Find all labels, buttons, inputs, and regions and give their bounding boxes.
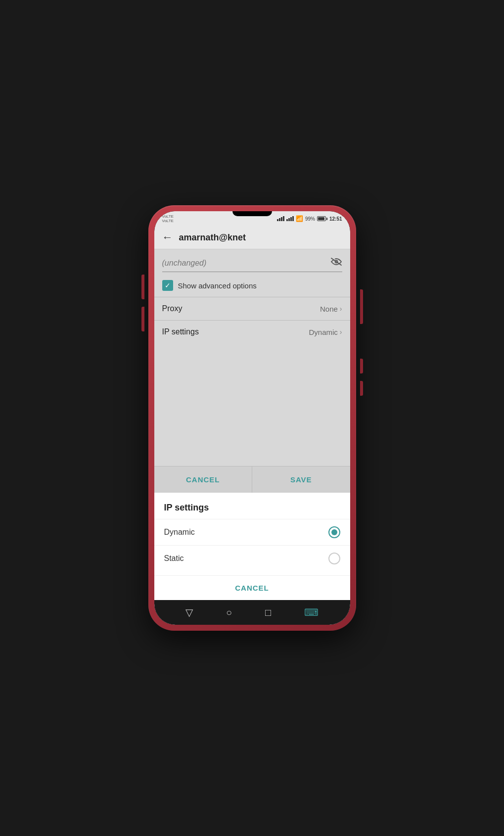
bar2 bbox=[279, 218, 280, 221]
bar7 bbox=[290, 217, 292, 221]
volume-up-button[interactable] bbox=[141, 275, 144, 299]
proxy-value-row: None › bbox=[320, 305, 342, 313]
phone-frame: VoLTE VoLTE 📶 bbox=[148, 205, 356, 631]
checkmark-icon: ✓ bbox=[165, 281, 171, 289]
bar6 bbox=[288, 218, 290, 221]
password-section bbox=[154, 249, 350, 280]
proxy-value: None bbox=[320, 305, 338, 313]
password-input[interactable] bbox=[162, 259, 330, 268]
page-title: amarnath@knet bbox=[179, 232, 246, 243]
cancel-button[interactable]: CANCEL bbox=[154, 466, 253, 493]
nav-home-icon[interactable]: ○ bbox=[226, 607, 232, 618]
carrier1-label: VoLTE bbox=[162, 214, 174, 219]
signal-icon-2 bbox=[286, 216, 294, 221]
wifi-icon: 📶 bbox=[296, 215, 303, 222]
time-display: 12:51 bbox=[329, 216, 342, 222]
proxy-chevron-icon: › bbox=[340, 305, 342, 313]
dynamic-label: Dynamic bbox=[164, 528, 195, 537]
bar3 bbox=[281, 217, 282, 221]
screen-content: VoLTE VoLTE 📶 bbox=[154, 211, 350, 625]
battery-percent: 99% bbox=[305, 216, 315, 222]
password-input-row bbox=[162, 257, 342, 272]
advanced-options-row[interactable]: ✓ Show advanced options bbox=[154, 280, 350, 297]
status-right: 📶 99% 12:51 bbox=[277, 215, 342, 222]
ip-settings-value: Dynamic bbox=[309, 328, 337, 336]
notch bbox=[232, 211, 272, 216]
advanced-options-label: Show advanced options bbox=[178, 281, 257, 290]
battery-body bbox=[317, 216, 326, 221]
bar1 bbox=[277, 219, 278, 221]
navigation-bar: ▽ ○ □ ⌨ bbox=[154, 600, 350, 625]
main-content: ✓ Show advanced options Proxy None › IP … bbox=[154, 249, 350, 600]
battery-tip bbox=[326, 218, 327, 220]
battery-fill bbox=[318, 217, 324, 220]
sheet-cancel-button[interactable]: CANCEL bbox=[154, 575, 350, 600]
side-button-2[interactable] bbox=[360, 381, 363, 396]
bar5 bbox=[286, 219, 288, 221]
signal-icon bbox=[277, 216, 284, 221]
ip-settings-chevron-icon: › bbox=[340, 328, 342, 336]
side-button-1[interactable] bbox=[360, 359, 363, 373]
content-spacer bbox=[154, 343, 350, 466]
dynamic-radio-fill bbox=[331, 529, 337, 535]
proxy-row[interactable]: Proxy None › bbox=[154, 297, 350, 320]
bar8 bbox=[292, 216, 294, 221]
carrier-info: VoLTE VoLTE bbox=[162, 214, 174, 223]
save-button[interactable]: SAVE bbox=[252, 466, 350, 493]
ip-settings-bottom-sheet: IP settings Dynamic Static CANCEL bbox=[154, 493, 350, 600]
toggle-password-visibility-icon[interactable] bbox=[330, 257, 342, 269]
ip-settings-value-row: Dynamic › bbox=[309, 328, 342, 336]
nav-keyboard-icon[interactable]: ⌨ bbox=[304, 606, 319, 618]
power-button[interactable] bbox=[360, 289, 363, 324]
dynamic-option[interactable]: Dynamic bbox=[154, 519, 350, 545]
bottom-sheet-title: IP settings bbox=[154, 493, 350, 519]
ip-settings-row[interactable]: IP settings Dynamic › bbox=[154, 320, 350, 343]
battery-icon bbox=[317, 216, 327, 221]
static-label: Static bbox=[164, 554, 184, 563]
header: ← amarnath@knet bbox=[154, 226, 350, 249]
ip-settings-label: IP settings bbox=[162, 327, 199, 336]
static-radio-button[interactable] bbox=[328, 553, 340, 564]
back-button[interactable]: ← bbox=[162, 231, 173, 244]
proxy-label: Proxy bbox=[162, 304, 183, 313]
static-option[interactable]: Static bbox=[154, 545, 350, 571]
carrier2-label: VoLTE bbox=[162, 219, 174, 223]
advanced-options-checkbox[interactable]: ✓ bbox=[162, 280, 173, 291]
action-buttons: CANCEL SAVE bbox=[154, 466, 350, 493]
nav-back-icon[interactable]: ▽ bbox=[185, 606, 193, 618]
dynamic-radio-button[interactable] bbox=[328, 526, 340, 538]
volume-down-button[interactable] bbox=[141, 307, 144, 331]
bar4 bbox=[283, 216, 284, 221]
phone-screen: VoLTE VoLTE 📶 bbox=[154, 211, 350, 625]
nav-recent-icon[interactable]: □ bbox=[265, 607, 271, 618]
